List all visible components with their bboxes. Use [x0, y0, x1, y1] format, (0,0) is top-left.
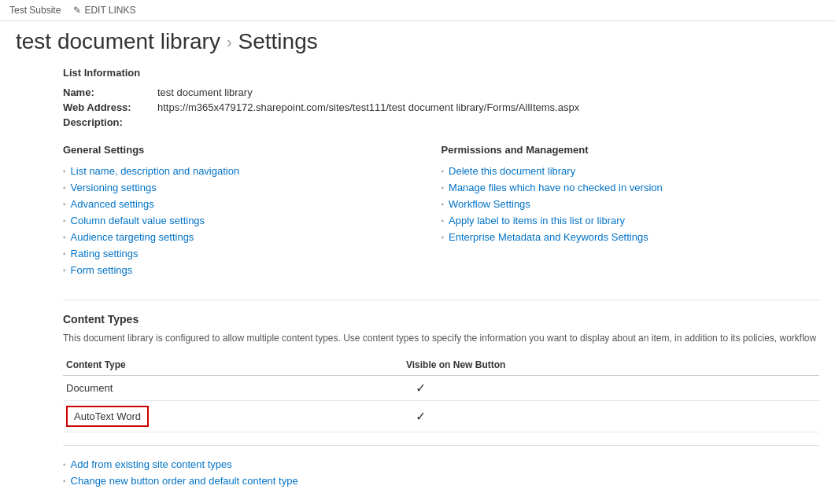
- delete-library-link[interactable]: Delete this document library: [449, 165, 575, 177]
- content-types-table: Content Type Visible on New Button Docum…: [63, 356, 819, 432]
- library-name: test document library: [16, 29, 220, 54]
- list-item-enterprise-metadata[interactable]: Enterprise Metadata and Keywords Setting…: [442, 231, 820, 243]
- general-settings-list: List name, description and navigation Ve…: [63, 165, 442, 276]
- list-item-column-default[interactable]: Column default value settings: [63, 215, 442, 226]
- list-item-workflow[interactable]: Workflow Settings: [442, 198, 820, 210]
- edit-links[interactable]: ✎ EDIT LINKS: [73, 5, 135, 16]
- name-label: Name:: [63, 86, 157, 98]
- action-add-existing[interactable]: Add from existing site content types: [63, 458, 819, 470]
- breadcrumb-separator: ›: [227, 33, 232, 51]
- ct-col1-header: Content Type: [63, 356, 403, 376]
- list-item-delete[interactable]: Delete this document library: [442, 165, 820, 177]
- workflow-settings-link[interactable]: Workflow Settings: [449, 198, 530, 210]
- ct-table-header-row: Content Type Visible on New Button: [63, 356, 819, 376]
- change-order-link[interactable]: Change new button order and default cont…: [71, 475, 298, 487]
- list-item-list-name[interactable]: List name, description and navigation: [63, 165, 442, 177]
- ct-name-document[interactable]: Document: [63, 375, 403, 400]
- action-change-order[interactable]: Change new button order and default cont…: [63, 475, 819, 487]
- list-item-versioning[interactable]: Versioning settings: [63, 182, 442, 193]
- ct-row-autotext: AutoText Word ✓: [63, 400, 819, 432]
- content-types-section: Content Types This document library is c…: [63, 313, 819, 487]
- content-types-title: Content Types: [63, 313, 819, 326]
- list-item-manage-files[interactable]: Manage files which have no checked in ve…: [442, 182, 820, 193]
- advanced-settings-link[interactable]: Advanced settings: [71, 198, 154, 210]
- list-information-header: List Information: [63, 67, 819, 79]
- list-item-apply-label[interactable]: Apply label to items in this list or lib…: [442, 215, 820, 226]
- content-types-description: This document library is configured to a…: [63, 332, 819, 345]
- top-bar: Test Subsite ✎ EDIT LINKS: [0, 0, 835, 21]
- column-default-link[interactable]: Column default value settings: [71, 215, 205, 226]
- apply-label-link[interactable]: Apply label to items in this list or lib…: [449, 215, 625, 226]
- manage-files-link[interactable]: Manage files which have no checked in ve…: [449, 182, 663, 193]
- page-title-area: test document library › Settings: [0, 21, 835, 67]
- name-value: test document library: [157, 86, 253, 98]
- list-item-audience[interactable]: Audience targeting settings: [63, 231, 442, 243]
- checkmark-autotext: ✓: [416, 410, 426, 423]
- enterprise-metadata-link[interactable]: Enterprise Metadata and Keywords Setting…: [449, 231, 648, 243]
- description-label: Description:: [63, 116, 157, 128]
- checkmark-document: ✓: [416, 381, 426, 395]
- general-settings-col: General Settings List name, description …: [63, 144, 442, 281]
- form-settings-link[interactable]: Form settings: [71, 264, 133, 276]
- ct-name-autotext[interactable]: AutoText Word: [63, 400, 403, 432]
- permissions-management-col: Permissions and Management Delete this d…: [442, 144, 820, 281]
- add-existing-link[interactable]: Add from existing site content types: [71, 458, 232, 470]
- name-row: Name: test document library: [63, 86, 819, 98]
- settings-columns: General Settings List name, description …: [63, 144, 819, 281]
- web-address-row: Web Address: https://m365x479172.sharepo…: [63, 101, 819, 113]
- versioning-link[interactable]: Versioning settings: [71, 182, 157, 193]
- list-name-link[interactable]: List name, description and navigation: [71, 165, 240, 177]
- page-section: Settings: [238, 29, 318, 54]
- ct-col2-header: Visible on New Button: [403, 356, 819, 376]
- web-address-value: https://m365x479172.sharepoint.com/sites…: [157, 101, 579, 113]
- autotext-highlighted[interactable]: AutoText Word: [66, 406, 149, 427]
- list-item-advanced[interactable]: Advanced settings: [63, 198, 442, 210]
- permissions-management-header: Permissions and Management: [442, 144, 820, 156]
- description-row: Description:: [63, 116, 819, 128]
- list-item-rating[interactable]: Rating settings: [63, 248, 442, 259]
- ct-visible-document: ✓: [403, 375, 819, 400]
- rating-settings-link[interactable]: Rating settings: [71, 248, 139, 259]
- divider: [63, 300, 819, 300]
- ct-row-document: Document ✓: [63, 375, 819, 400]
- audience-targeting-link[interactable]: Audience targeting settings: [71, 231, 194, 243]
- content-area: List Information Name: test document lib…: [0, 67, 835, 504]
- site-name: Test Subsite: [9, 5, 61, 16]
- action-links-list: Add from existing site content types Cha…: [63, 458, 819, 487]
- permissions-list: Delete this document library Manage file…: [442, 165, 820, 243]
- web-address-label: Web Address:: [63, 101, 157, 113]
- list-info-table: Name: test document library Web Address:…: [63, 86, 819, 128]
- general-settings-header: General Settings: [63, 144, 442, 156]
- list-item-form[interactable]: Form settings: [63, 264, 442, 276]
- pencil-icon: ✎: [73, 5, 81, 16]
- ct-divider: [63, 445, 819, 446]
- edit-links-label: EDIT LINKS: [84, 5, 135, 16]
- ct-visible-autotext: ✓: [403, 400, 819, 432]
